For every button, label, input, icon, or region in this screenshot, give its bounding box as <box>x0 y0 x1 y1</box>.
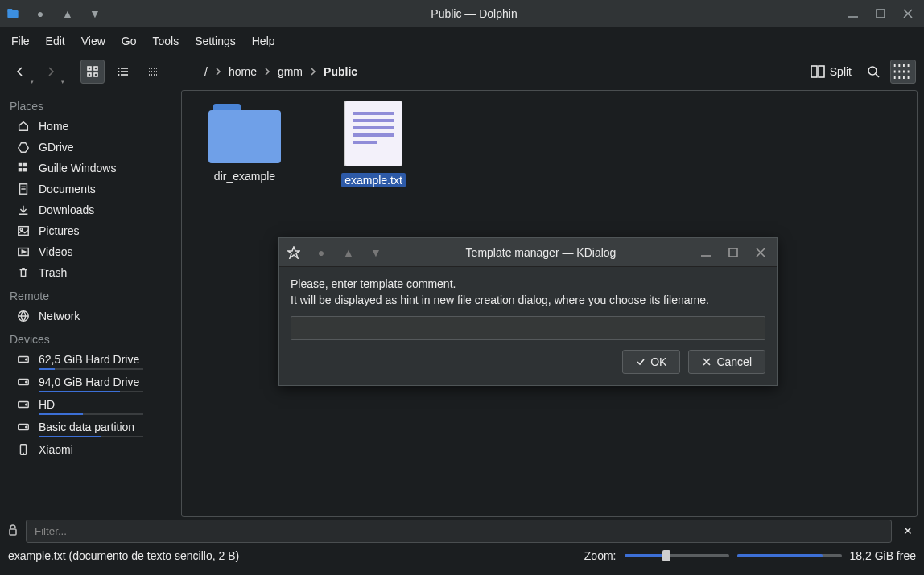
template-comment-input[interactable] <box>291 316 765 340</box>
dialog-pin-icon[interactable]: ● <box>315 246 328 259</box>
status-text: example.txt (documento de texto sencillo… <box>8 549 576 562</box>
devices-item-1[interactable]: 94,0 GiB Hard Drive <box>3 372 178 392</box>
svg-rect-49 <box>10 529 16 535</box>
chevron-right-icon <box>309 65 317 78</box>
places-item-7[interactable]: Trash <box>3 262 178 283</box>
split-label: Split <box>830 65 852 78</box>
menu-help[interactable]: Help <box>245 31 282 51</box>
trash-icon <box>16 266 31 279</box>
view-details-button[interactable] <box>142 60 166 84</box>
disk-usage-indicator <box>39 436 143 437</box>
free-space: 18,2 GiB free <box>850 549 917 562</box>
menu-file[interactable]: File <box>5 31 36 51</box>
menubar: File Edit View Go Tools Settings Help <box>0 27 924 55</box>
view-compact-button[interactable] <box>111 60 135 84</box>
sidebar-item-label: Trash <box>39 266 67 279</box>
disk-usage-indicator <box>39 391 143 392</box>
remote-item-0[interactable]: Network <box>3 306 178 327</box>
menu-button[interactable] <box>890 60 916 84</box>
breadcrumb-user[interactable]: gmm <box>278 65 303 78</box>
devices-item-3[interactable]: Basic data partition <box>3 417 178 437</box>
disk-usage-bar <box>737 554 842 557</box>
lock-icon[interactable] <box>6 524 19 539</box>
dialog-maximize-icon[interactable] <box>727 246 740 259</box>
folder-item[interactable]: dir_example <box>196 101 293 183</box>
video-icon <box>16 245 31 258</box>
places-item-2[interactable]: Guille Windows <box>3 158 178 179</box>
back-button[interactable]: ▾ <box>8 60 32 84</box>
svg-point-14 <box>118 71 120 72</box>
gdrive-icon <box>16 141 31 154</box>
sidebar-item-label: 62,5 GiB Hard Drive <box>39 353 139 366</box>
zoom-slider[interactable] <box>625 554 729 557</box>
split-button[interactable]: Split <box>806 61 856 82</box>
dialog-app-icon <box>287 246 300 259</box>
menu-go[interactable]: Go <box>115 31 143 51</box>
dialog-minimize-icon[interactable] <box>699 246 712 259</box>
places-item-0[interactable]: Home <box>3 116 178 137</box>
minimize-icon[interactable] <box>847 7 860 20</box>
devices-item-4[interactable]: Xiaomi <box>3 439 178 460</box>
filter-input[interactable] <box>26 520 892 543</box>
file-item-selected[interactable]: example.txt <box>325 101 422 187</box>
sidebar-item-label: Xiaomi <box>39 443 73 456</box>
sidebar-item-label: 94,0 GiB Hard Drive <box>39 376 139 388</box>
picture-icon <box>16 224 31 237</box>
chevron-right-icon <box>214 65 222 78</box>
globe-icon <box>16 310 31 322</box>
svg-point-44 <box>26 404 27 405</box>
ok-button[interactable]: OK <box>622 350 680 374</box>
svg-point-15 <box>118 74 120 76</box>
dialog-close-icon[interactable] <box>754 246 767 259</box>
cancel-label: Cancel <box>716 355 752 368</box>
places-item-4[interactable]: Downloads <box>3 199 178 220</box>
svg-rect-28 <box>23 163 27 166</box>
menu-tools[interactable]: Tools <box>146 31 185 51</box>
dialog-line1: Please, enter template comment. <box>291 277 765 293</box>
menu-settings[interactable]: Settings <box>188 31 242 51</box>
devices-item-2[interactable]: HD <box>3 394 178 415</box>
breadcrumb-root[interactable]: / <box>204 65 208 78</box>
places-item-6[interactable]: Videos <box>3 241 178 262</box>
breadcrumb: / home gmm Public <box>204 65 799 78</box>
sidebar: Places HomeGDriveGuille WindowsDocuments… <box>0 88 181 517</box>
breadcrumb-current[interactable]: Public <box>324 65 357 78</box>
places-header: Places <box>3 93 178 116</box>
shade-down-icon[interactable]: ▼ <box>89 7 101 20</box>
maximize-icon[interactable] <box>874 7 887 20</box>
search-button[interactable] <box>861 60 885 84</box>
breadcrumb-home[interactable]: home <box>229 65 257 78</box>
svg-marker-50 <box>288 247 299 258</box>
places-item-5[interactable]: Pictures <box>3 220 178 241</box>
doc-icon <box>16 183 31 195</box>
dialog-up-icon[interactable]: ▲ <box>342 246 355 259</box>
dialog-down-icon[interactable]: ▼ <box>369 246 382 259</box>
svg-rect-19 <box>811 66 817 77</box>
shade-up-icon[interactable]: ▲ <box>61 7 74 20</box>
dialog-titlebar: ● ▲ ▼ Template manager — KDialog <box>279 238 777 267</box>
pin-icon[interactable]: ● <box>34 7 47 20</box>
forward-button[interactable]: ▾ <box>39 60 63 84</box>
close-icon[interactable] <box>901 7 914 20</box>
svg-marker-37 <box>22 250 25 253</box>
svg-rect-27 <box>19 163 22 166</box>
svg-rect-7 <box>94 67 97 70</box>
view-icons-button[interactable] <box>80 60 105 84</box>
sidebar-item-label: Pictures <box>39 224 80 237</box>
close-filter-button[interactable]: ✕ <box>898 524 918 537</box>
svg-rect-20 <box>819 66 824 77</box>
menu-edit[interactable]: Edit <box>39 31 72 51</box>
places-item-3[interactable]: Documents <box>3 179 178 199</box>
status-bar: example.txt (documento de texto sencillo… <box>0 544 924 567</box>
filter-bar: ✕ <box>0 517 924 544</box>
svg-rect-0 <box>7 10 18 18</box>
devices-item-0[interactable]: 62,5 GiB Hard Drive <box>3 349 178 370</box>
devices-header: Devices <box>3 327 178 349</box>
cancel-button[interactable]: Cancel <box>688 350 765 374</box>
menu-view[interactable]: View <box>75 31 112 51</box>
sidebar-item-label: Guille Windows <box>39 162 116 175</box>
remote-header: Remote <box>3 283 178 306</box>
drive-icon <box>16 353 31 366</box>
places-item-1[interactable]: GDrive <box>3 137 178 158</box>
sidebar-item-label: Downloads <box>39 203 94 216</box>
